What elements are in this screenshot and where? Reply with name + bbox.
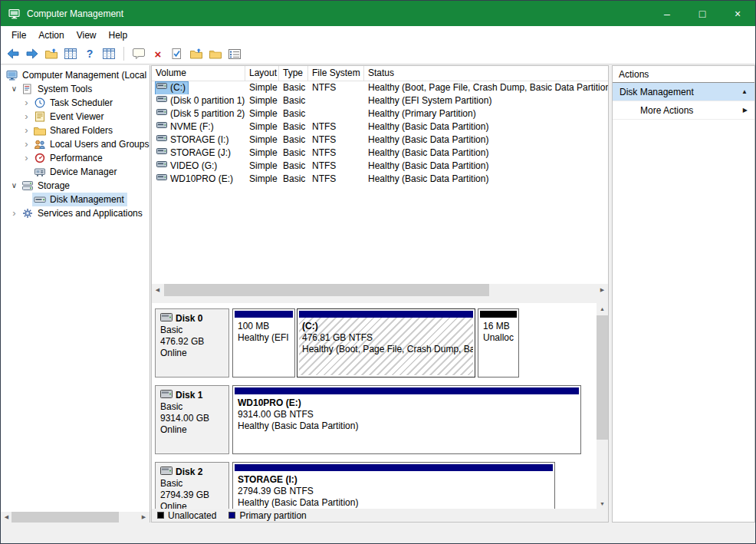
scrollbar-thumb[interactable] — [12, 512, 119, 523]
volume-file-system: NTFS — [308, 81, 364, 94]
disk-row-0: Disk 0 Basic 476.92 GB Online 100 MB Hea… — [152, 308, 597, 378]
scroll-left-button[interactable]: ◀ — [152, 285, 163, 295]
volume-row-c[interactable]: (C:) Simple Basic NTFS Healthy (Boot, Pa… — [152, 81, 608, 94]
column-header-status[interactable]: Status — [364, 66, 608, 81]
tree-horizontal-scrollbar[interactable]: ◀ ▶ — [1, 512, 150, 523]
tree-item-shared-folders[interactable]: › Shared Folders — [1, 124, 150, 137]
tree-item-storage[interactable]: ∨ Storage — [1, 179, 150, 193]
details-view-icon[interactable] — [226, 45, 243, 62]
volume-icon — [156, 120, 167, 134]
tree-item-services-applications[interactable]: › Services and Applications — [1, 206, 150, 220]
volume-row-video[interactable]: VIDEO (G:) Simple Basic NTFS Healthy (Ba… — [152, 160, 608, 173]
collapse-icon[interactable]: ▲ — [741, 88, 748, 95]
disk-1-label[interactable]: Disk 1 Basic 9314.00 GB Online — [155, 385, 229, 454]
title-bar[interactable]: Computer Management – □ × — [1, 1, 755, 26]
legend-unallocated: Unallocated — [157, 510, 216, 521]
volume-row-wd10pro[interactable]: WD10PRO (E:) Simple Basic NTFS Healthy (… — [152, 173, 608, 186]
scroll-down-button[interactable]: ▼ — [597, 498, 608, 509]
tree-item-performance[interactable]: › Performance — [1, 151, 150, 165]
volume-row-disk5-partition2[interactable]: (Disk 5 partition 2) Simple Basic Health… — [152, 107, 608, 120]
partition-color-bar — [480, 311, 517, 318]
partition-efi[interactable]: 100 MB Healthy (EFI — [232, 308, 295, 378]
console-window-icon[interactable] — [130, 45, 147, 62]
console-tree-icon[interactable] — [62, 45, 79, 62]
tree-item-local-users-groups[interactable]: › Local Users and Groups — [1, 137, 150, 151]
volume-icon — [156, 81, 167, 94]
partition-unallocated[interactable]: 16 MB Unalloc — [478, 308, 519, 378]
volume-layout: Simple — [245, 160, 279, 173]
disk-row-2: Disk 2 Basic 2794.39 GB Online STORAGE (… — [152, 462, 597, 509]
scrollbar-thumb[interactable] — [164, 284, 489, 296]
tree-item-device-manager[interactable]: Device Manager — [1, 165, 150, 179]
pane-splitter[interactable] — [152, 296, 608, 303]
action-disk-management[interactable]: Disk Management ▲ — [613, 83, 754, 101]
chevron-closed-icon[interactable]: › — [21, 110, 32, 124]
column-header-layout[interactable]: Layout — [245, 66, 279, 81]
partition-storage-i[interactable]: STORAGE (I:) 2794.39 GB NTFS Healthy (Ba… — [232, 462, 555, 509]
volume-row-disk0-partition1[interactable]: (Disk 0 partition 1) Simple Basic Health… — [152, 94, 608, 107]
volume-row-storage-i[interactable]: STORAGE (I:) Simple Basic NTFS Healthy (… — [152, 134, 608, 147]
export-list-icon[interactable] — [100, 45, 117, 62]
chevron-open-icon[interactable]: ∨ — [8, 179, 20, 193]
partition-wd10pro[interactable]: WD10PRO (E:) 9314.00 GB NTFS Healthy (Ba… — [232, 385, 581, 454]
column-header-type[interactable]: Type — [279, 66, 308, 81]
tree-item-disk-management[interactable]: Disk Management — [1, 193, 150, 206]
close-button[interactable]: × — [720, 1, 755, 26]
volume-icon — [156, 107, 167, 120]
partition-c[interactable]: (C:) 476.81 GB NTFS Healthy (Boot, Page … — [297, 308, 475, 378]
up-level-icon[interactable] — [43, 45, 60, 62]
folder-up-icon[interactable] — [188, 45, 205, 62]
volume-layout: Simple — [245, 107, 279, 120]
volume-status: Healthy (Basic Data Partition) — [364, 147, 608, 160]
column-header-volume[interactable]: Volume — [152, 66, 245, 81]
scroll-up-button[interactable]: ▲ — [597, 303, 608, 314]
scroll-right-button[interactable]: ▶ — [597, 285, 608, 295]
partition-color-bar — [235, 464, 553, 471]
chevron-closed-icon[interactable]: › — [8, 206, 20, 220]
graphical-view-vertical-scrollbar[interactable]: ▲ ▼ — [597, 303, 608, 509]
tree-item-event-viewer[interactable]: › Event Viewer — [1, 110, 150, 124]
expand-icon[interactable]: ▶ — [743, 107, 748, 114]
scroll-right-button[interactable]: ▶ — [138, 512, 150, 523]
menu-file[interactable]: File — [5, 26, 32, 44]
volume-name-cell: STORAGE (I:) — [152, 134, 245, 147]
partition-legend: Unallocated Primary partition — [152, 509, 608, 522]
column-header-file-system[interactable]: File System — [308, 66, 364, 81]
volume-list-horizontal-scrollbar[interactable]: ◀ ▶ — [152, 284, 608, 296]
properties-check-icon[interactable] — [169, 45, 186, 62]
folder-icon[interactable] — [207, 45, 224, 62]
storage-icon — [21, 180, 35, 191]
volume-icon — [156, 134, 167, 147]
chevron-open-icon[interactable]: ∨ — [8, 82, 20, 96]
disk-0-label[interactable]: Disk 0 Basic 476.92 GB Online — [155, 308, 229, 378]
menu-help[interactable]: Help — [103, 26, 134, 44]
tree-item-computer-management[interactable]: Computer Management (Local — [1, 68, 150, 82]
volume-icon — [156, 94, 167, 107]
maximize-button[interactable]: □ — [685, 1, 720, 26]
disk-icon — [160, 390, 173, 401]
chevron-closed-icon[interactable]: › — [21, 124, 32, 137]
volume-row-nvme[interactable]: NVME (F:) Simple Basic NTFS Healthy (Bas… — [152, 120, 608, 134]
tree-item-task-scheduler[interactable]: › Task Scheduler — [1, 96, 150, 110]
volume-name: STORAGE (J:) — [170, 147, 231, 160]
chevron-closed-icon[interactable]: › — [21, 137, 32, 151]
forward-icon[interactable] — [24, 45, 41, 62]
back-icon[interactable] — [5, 45, 21, 62]
chevron-closed-icon[interactable]: › — [21, 96, 32, 110]
disk-type: Basic — [160, 478, 227, 490]
volume-status: Healthy (Basic Data Partition) — [364, 120, 608, 134]
menu-action[interactable]: Action — [32, 26, 70, 44]
chevron-closed-icon[interactable]: › — [21, 151, 32, 165]
minimize-button[interactable]: – — [649, 1, 685, 26]
volume-name-cell: NVME (F:) — [152, 120, 245, 134]
delete-icon[interactable]: × — [150, 45, 166, 62]
help-icon[interactable]: ? — [81, 45, 98, 62]
tree-item-system-tools[interactable]: ∨ System Tools — [1, 82, 150, 96]
scroll-left-button[interactable]: ◀ — [1, 512, 12, 523]
volume-row-storage-j[interactable]: STORAGE (J:) Simple Basic NTFS Healthy (… — [152, 147, 608, 160]
scrollbar-thumb[interactable] — [597, 315, 608, 440]
action-more-actions[interactable]: More Actions ▶ — [613, 101, 754, 120]
menu-view[interactable]: View — [71, 26, 103, 44]
volume-file-system: NTFS — [308, 147, 364, 160]
disk-2-label[interactable]: Disk 2 Basic 2794.39 GB Online — [155, 462, 229, 509]
